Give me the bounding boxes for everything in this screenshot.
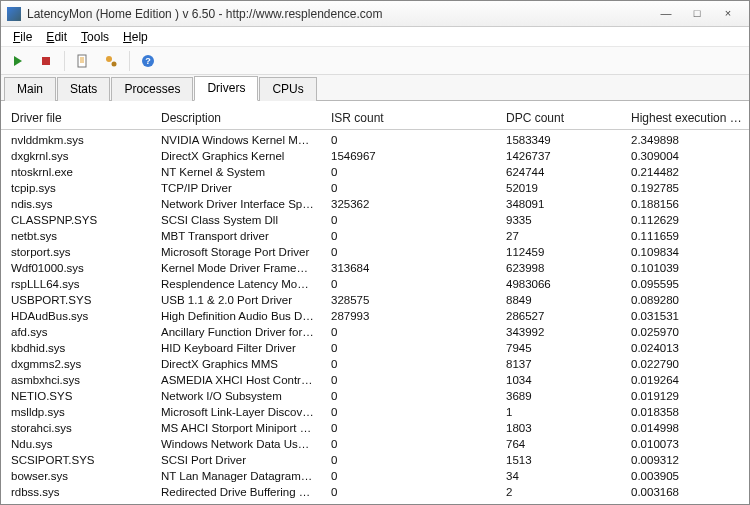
cell-dpc: 764 <box>496 436 621 452</box>
table-row[interactable]: tcpip.sysTCP/IP Driver0520190.192785 <box>1 180 749 196</box>
cell-file: Wdf01000.sys <box>1 260 151 276</box>
tab-processes[interactable]: Processes <box>111 77 193 101</box>
cell-exec: 0.111659 <box>621 228 749 244</box>
table-row[interactable]: Wdf01000.sysKernel Mode Driver Framework… <box>1 260 749 276</box>
cell-exec: 0.025970 <box>621 324 749 340</box>
cell-file: dxgkrnl.sys <box>1 148 151 164</box>
cell-dpc: 286527 <box>496 308 621 324</box>
cell-dpc: 7945 <box>496 340 621 356</box>
tab-drivers[interactable]: Drivers <box>194 76 258 101</box>
menu-help[interactable]: Help <box>117 29 154 45</box>
table-row[interactable]: dxgkrnl.sysDirectX Graphics Kernel154696… <box>1 148 749 164</box>
table-row[interactable]: HDAudBus.sysHigh Definition Audio Bus Dr… <box>1 308 749 324</box>
svg-rect-1 <box>78 55 86 67</box>
table-row[interactable]: storahci.sysMS AHCI Storport Miniport Dr… <box>1 420 749 436</box>
table-row[interactable]: mslldp.sysMicrosoft Link-Layer Discovery… <box>1 404 749 420</box>
cell-isr: 0 <box>321 132 496 148</box>
column-header-dpc[interactable]: DPC count <box>496 109 621 126</box>
start-button[interactable] <box>5 49 31 73</box>
close-button[interactable]: × <box>713 5 743 23</box>
cell-exec: 0.003092 <box>621 500 749 504</box>
cell-file: dxgmms2.sys <box>1 356 151 372</box>
cell-desc: NT Kernel & System <box>151 164 321 180</box>
column-header-file[interactable]: Driver file <box>1 109 151 126</box>
stop-button[interactable] <box>33 49 59 73</box>
cell-isr: 328575 <box>321 292 496 308</box>
report-button[interactable] <box>70 49 96 73</box>
tab-main[interactable]: Main <box>4 77 56 101</box>
column-header-description[interactable]: Description <box>151 109 321 126</box>
table-row[interactable]: CLASSPNP.SYSSCSI Class System Dll093350.… <box>1 212 749 228</box>
cell-desc: SCSI Port Driver <box>151 452 321 468</box>
cell-dpc: 9335 <box>496 212 621 228</box>
cell-exec: 0.018358 <box>621 404 749 420</box>
cell-exec: 0.309004 <box>621 148 749 164</box>
stop-icon <box>40 55 52 67</box>
cell-desc: Windows Network Data Usage Monit... <box>151 436 321 452</box>
cell-isr: 0 <box>321 388 496 404</box>
menu-edit[interactable]: Edit <box>40 29 73 45</box>
cell-dpc: 1034 <box>496 372 621 388</box>
cell-dpc: 623998 <box>496 260 621 276</box>
menu-tools[interactable]: Tools <box>75 29 115 45</box>
cell-desc: Redirected Drive Buffering SubSyst... <box>151 484 321 500</box>
cell-isr: 0 <box>321 180 496 196</box>
table-row[interactable]: afd.sysAncillary Function Driver for Win… <box>1 324 749 340</box>
table-row[interactable]: rdbss.sysRedirected Drive Buffering SubS… <box>1 484 749 500</box>
cell-file: afd.sys <box>1 324 151 340</box>
tab-stats[interactable]: Stats <box>57 77 110 101</box>
table-row[interactable]: SCSIPORT.SYSSCSI Port Driver015130.00931… <box>1 452 749 468</box>
table-row[interactable]: kbdhid.sysHID Keyboard Filter Driver0794… <box>1 340 749 356</box>
cell-exec: 0.112629 <box>621 212 749 228</box>
column-header-exec[interactable]: Highest execution (ms) <box>621 109 749 126</box>
table-row[interactable]: storport.sysMicrosoft Storage Port Drive… <box>1 244 749 260</box>
cell-file: HDAudBus.sys <box>1 308 151 324</box>
table-row[interactable]: ntoskrnl.exeNT Kernel & System06247440.2… <box>1 164 749 180</box>
table-row[interactable]: rspLLL64.sysResplendence Latency Monitor… <box>1 276 749 292</box>
svg-rect-0 <box>42 57 50 65</box>
cell-file: FLTMGR.SYS <box>1 500 151 504</box>
table-row[interactable]: asmbxhci.sysASMEDIA XHCI Host Controller… <box>1 372 749 388</box>
window-title: LatencyMon (Home Edition ) v 6.50 - http… <box>27 7 383 21</box>
table-row[interactable]: USBPORT.SYSUSB 1.1 & 2.0 Port Driver3285… <box>1 292 749 308</box>
cell-isr: 0 <box>321 340 496 356</box>
cell-isr: 0 <box>321 372 496 388</box>
menubar: File Edit Tools Help <box>1 27 749 47</box>
cell-file: ndis.sys <box>1 196 151 212</box>
table-row[interactable]: ndis.sysNetwork Driver Interface Specifi… <box>1 196 749 212</box>
tab-cpus[interactable]: CPUs <box>259 77 316 101</box>
menu-file[interactable]: File <box>7 29 38 45</box>
maximize-button[interactable]: □ <box>682 5 712 23</box>
play-icon <box>12 55 24 67</box>
table-row[interactable]: Ndu.sysWindows Network Data Usage Monit.… <box>1 436 749 452</box>
tab-bar: Main Stats Processes Drivers CPUs <box>1 75 749 101</box>
table-header: Driver file Description ISR count DPC co… <box>1 101 749 130</box>
table-row[interactable]: FLTMGR.SYSMicrosoft Filesystem Filter Ma… <box>1 500 749 504</box>
cell-file: nvlddmkm.sys <box>1 132 151 148</box>
cell-desc: NT Lan Manager Datagram Receiver... <box>151 468 321 484</box>
cell-isr: 287993 <box>321 308 496 324</box>
table-row[interactable]: nvlddmkm.sysNVIDIA Windows Kernel Mode D… <box>1 132 749 148</box>
table-row[interactable]: bowser.sysNT Lan Manager Datagram Receiv… <box>1 468 749 484</box>
table-body: nvlddmkm.sysNVIDIA Windows Kernel Mode D… <box>1 130 749 504</box>
cell-isr: 0 <box>321 164 496 180</box>
cell-dpc: 2 <box>496 484 621 500</box>
cell-isr: 0 <box>321 468 496 484</box>
minimize-button[interactable]: — <box>651 5 681 23</box>
processes-button[interactable] <box>98 49 124 73</box>
cell-exec: 0.019129 <box>621 388 749 404</box>
cell-desc: Microsoft Link-Layer Discovery Prot... <box>151 404 321 420</box>
window-titlebar: LatencyMon (Home Edition ) v 6.50 - http… <box>1 1 749 27</box>
column-header-isr[interactable]: ISR count <box>321 109 496 126</box>
cell-exec: 0.192785 <box>621 180 749 196</box>
table-row[interactable]: netbt.sysMBT Transport driver0270.111659 <box>1 228 749 244</box>
cell-desc: Microsoft Storage Port Driver <box>151 244 321 260</box>
cell-dpc: 27 <box>496 228 621 244</box>
table-row[interactable]: dxgmms2.sysDirectX Graphics MMS081370.02… <box>1 356 749 372</box>
cell-exec: 0.014998 <box>621 420 749 436</box>
cell-dpc: 1583349 <box>496 132 621 148</box>
help-button[interactable]: ? <box>135 49 161 73</box>
cell-exec: 0.214482 <box>621 164 749 180</box>
cell-desc: TCP/IP Driver <box>151 180 321 196</box>
table-row[interactable]: NETIO.SYSNetwork I/O Subsystem036890.019… <box>1 388 749 404</box>
